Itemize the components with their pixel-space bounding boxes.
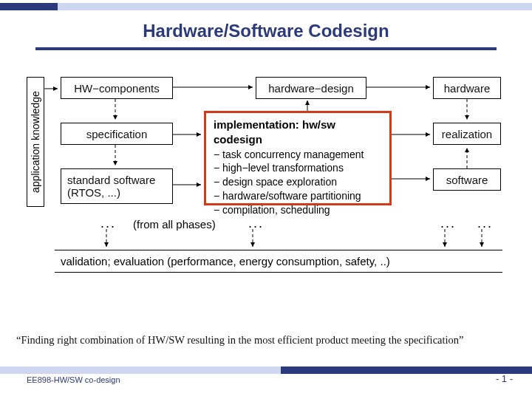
- box-validation: validation; evaluation (performance, ene…: [55, 250, 502, 273]
- box-realization: realization: [433, 123, 501, 145]
- impl-item: − design space exploration: [214, 175, 382, 189]
- box-hardware-design-label: hardware−design: [268, 82, 354, 95]
- top-accent-bar: [0, 3, 532, 10]
- box-validation-label: validation; evaluation (performance, ene…: [61, 255, 390, 267]
- box-hw-components-label: HW−components: [74, 82, 159, 95]
- impl-item: − task concurrency management: [214, 148, 382, 162]
- impl-item: − high−level transformations: [214, 161, 382, 175]
- title-underline: [35, 47, 497, 50]
- ellipsis-icon: ...: [100, 216, 116, 231]
- sidebar-app-knowledge-label: application knowledge: [30, 91, 41, 193]
- footer-page-number: - 1 -: [496, 373, 513, 384]
- box-software-label: software: [446, 174, 488, 186]
- ellipsis-icon: ...: [477, 216, 493, 231]
- box-specification: specification: [61, 123, 173, 145]
- ellipsis-icon: ...: [440, 216, 456, 231]
- box-standard-software: standard software (RTOS, ...): [61, 168, 173, 204]
- impl-item: − hardware/software partitioning: [214, 189, 382, 203]
- diagram: application knowledge HW−components spec…: [27, 74, 505, 310]
- slide-caption: “Finding right combination of HW/SW resu…: [16, 334, 519, 347]
- box-software: software: [433, 168, 501, 191]
- box-realization-label: realization: [442, 128, 492, 140]
- box-implementation: implementation: hw/sw codesign − task co…: [204, 111, 392, 205]
- top-accent-dark: [0, 3, 58, 10]
- footer-accent-dark: [281, 366, 532, 374]
- footer-course-code: EE898-HW/SW co-design: [27, 375, 120, 384]
- box-standard-software-label: standard software (RTOS, ...): [67, 174, 166, 199]
- box-hw-components: HW−components: [61, 77, 173, 99]
- box-hardware: hardware: [433, 77, 501, 99]
- impl-header: implementation: hw/sw codesign: [214, 118, 335, 146]
- footer-accent-light: [0, 366, 281, 374]
- slide-title: Hardware/Software Codesign: [0, 21, 532, 41]
- flow-from-all-phases: (from all phases): [133, 218, 216, 231]
- sidebar-app-knowledge: application knowledge: [27, 77, 44, 207]
- top-accent-light: [58, 3, 532, 10]
- box-hardware-design: hardware−design: [256, 77, 366, 99]
- box-hardware-label: hardware: [444, 82, 491, 95]
- footer-accent-bar: [0, 366, 532, 374]
- impl-item: − compilation, scheduling: [214, 203, 382, 217]
- box-specification-label: specification: [86, 128, 148, 140]
- ellipsis-icon: ...: [248, 216, 264, 231]
